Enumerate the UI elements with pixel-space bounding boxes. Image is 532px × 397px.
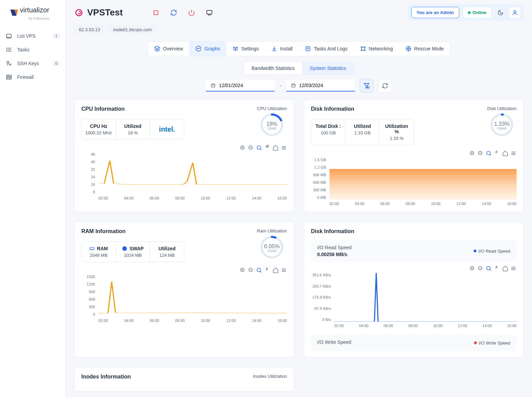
tab-tasks-logs[interactable]: Tasks And Logs: [299, 41, 354, 56]
home-icon[interactable]: [502, 150, 508, 156]
tab-graphs[interactable]: Graphs: [189, 41, 226, 56]
sidebar-item-tasks[interactable]: Tasks: [0, 43, 66, 57]
refresh-button[interactable]: [378, 79, 392, 93]
firewall-icon: [5, 74, 12, 81]
pan-icon[interactable]: [494, 150, 500, 156]
zoom-icon[interactable]: [486, 150, 492, 156]
svg-point-69: [257, 146, 261, 149]
svg-rect-19: [154, 11, 158, 15]
pan-icon[interactable]: [264, 145, 270, 151]
tab-overview[interactable]: Overview: [148, 41, 189, 56]
date-from-input[interactable]: [219, 83, 270, 88]
cpu-gauge-label: CPU Utilization: [257, 106, 287, 111]
io-read-head: I/O Read Speed 0.00258 MB/s I/O Read Spe…: [311, 240, 517, 262]
ram-chart: 150012009006003000 02:0004:0006:0008:001…: [81, 275, 287, 323]
svg-rect-56: [291, 84, 295, 87]
restart-button[interactable]: [167, 7, 180, 19]
nav-badge: 0: [53, 61, 60, 66]
pan-icon[interactable]: [494, 265, 500, 272]
card-disk: Disk Information Total Disk :100 GB Util…: [304, 99, 524, 212]
zoom-in-icon[interactable]: [469, 150, 475, 156]
disk-chart: 1.5 GB1.2 GB900 MB600 MB300 MB0 MB 02:00…: [311, 158, 517, 206]
zoom-icon[interactable]: [256, 267, 262, 273]
disk-gauge: 1.33% Used: [489, 112, 514, 137]
menu-icon[interactable]: [281, 267, 287, 273]
home-icon[interactable]: [273, 145, 279, 151]
pan-icon[interactable]: [264, 267, 270, 273]
zoom-out-icon[interactable]: [477, 150, 484, 156]
date-dash: -: [279, 83, 281, 89]
disk-title: Disk Information: [311, 106, 414, 112]
svg-point-10: [7, 61, 9, 63]
crumb-ip[interactable]: 62.3.53.13: [74, 25, 105, 34]
svg-line-12: [11, 64, 11, 64]
user-menu[interactable]: [509, 7, 520, 18]
crumb-node[interactable]: node01.btcvps.com: [108, 25, 157, 34]
online-badge: Online: [463, 7, 491, 18]
svg-point-18: [76, 10, 82, 16]
nav-label: SSH Keys: [17, 61, 39, 66]
svg-point-31: [236, 47, 238, 48]
svg-marker-60: [364, 83, 369, 88]
console-button[interactable]: [203, 7, 216, 19]
theme-toggle[interactable]: [495, 7, 506, 18]
io-read-chart: 351.6 KB/s263.7 KB/s175.8 KB/s87.9 KB/s0…: [311, 273, 517, 328]
home-icon[interactable]: [273, 267, 279, 273]
svg-rect-52: [211, 84, 215, 87]
svg-point-98: [257, 268, 261, 272]
filter-button[interactable]: [360, 79, 373, 93]
sidebar-item-ssh-keys[interactable]: SSH Keys 0: [0, 57, 66, 70]
sidebar-item-list-vps[interactable]: List VPS 1: [0, 29, 66, 43]
home-icon[interactable]: [502, 265, 508, 272]
swap-icon: [122, 246, 127, 251]
zoom-in-icon[interactable]: [240, 145, 246, 151]
sidebar-item-firewall[interactable]: Firewall: [0, 70, 66, 84]
inodes-gauge-label: Inodes Utilization: [253, 374, 287, 379]
zoom-out-icon[interactable]: [477, 265, 484, 272]
svg-point-9: [7, 51, 7, 52]
date-to-field[interactable]: [286, 80, 355, 92]
zoom-out-icon[interactable]: [248, 145, 254, 151]
svg-point-8: [7, 49, 7, 50]
stop-button[interactable]: [150, 7, 162, 19]
io-write-head: I/O Write Speed I/O Write Speed: [311, 335, 517, 351]
inodes-title: Inodes Information: [81, 374, 131, 380]
debian-icon: [74, 8, 84, 17]
svg-point-47: [407, 48, 409, 50]
online-dot-icon: [468, 11, 471, 14]
logo: virtualizor By Softaculous: [0, 0, 66, 26]
tab-install[interactable]: Install: [265, 41, 299, 56]
zoom-out-icon[interactable]: [248, 267, 254, 273]
cpu-chart: 48403224168 02:0004:0006:0008:0010:0012:…: [81, 152, 287, 200]
menu-icon[interactable]: [510, 265, 517, 272]
nav-label: Firewall: [17, 74, 34, 80]
subtab-system[interactable]: System Statistics: [302, 62, 354, 74]
subtab-bandwidth[interactable]: Bandwidth Statistics: [244, 62, 302, 74]
zoom-in-icon[interactable]: [240, 267, 246, 273]
tab-rescue[interactable]: Rescue Mode: [399, 41, 450, 56]
tab-networking[interactable]: Networking: [354, 41, 399, 56]
io-title: Disk Information: [311, 228, 517, 234]
cpu-title: CPU Information: [81, 106, 184, 112]
svg-point-108: [487, 266, 490, 270]
zoom-in-icon[interactable]: [469, 265, 475, 272]
power-button[interactable]: [185, 7, 198, 19]
subtab-group: Bandwidth Statistics System Statistics: [244, 62, 354, 75]
menu-icon[interactable]: [281, 145, 287, 151]
tab-settings[interactable]: Settings: [226, 41, 265, 56]
zoom-icon[interactable]: [486, 265, 492, 272]
svg-point-25: [233, 47, 234, 48]
io-read-label: I/O Read Speed: [317, 245, 351, 250]
chart-tools: [81, 267, 287, 273]
menu-icon[interactable]: [510, 150, 517, 156]
svg-point-41: [364, 50, 365, 51]
svg-point-40: [361, 50, 362, 51]
online-text: Online: [473, 10, 486, 15]
date-to-input[interactable]: [299, 83, 350, 88]
admin-badge[interactable]: You are an Admin: [411, 7, 459, 18]
zoom-icon[interactable]: [256, 145, 262, 151]
chart-tools: [311, 150, 517, 156]
chart-tools: [311, 265, 517, 272]
date-row: -: [66, 79, 532, 99]
date-from-field[interactable]: [206, 80, 275, 92]
